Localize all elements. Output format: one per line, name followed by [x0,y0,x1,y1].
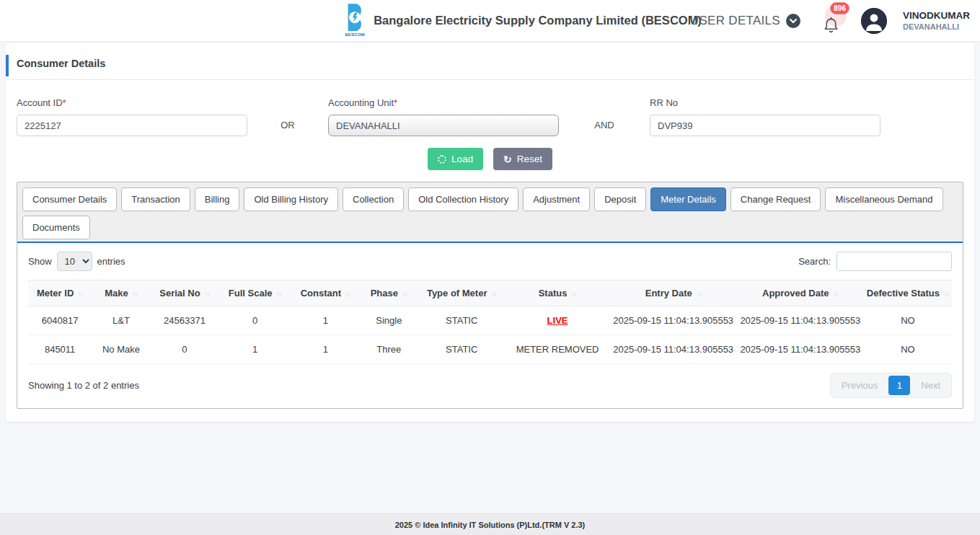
refresh-icon: ↻ [503,154,512,164]
cell-type-of-meter: STATIC [418,306,505,335]
required-asterisk: * [63,97,66,108]
show-label: Show [28,256,52,267]
page-1-button[interactable]: 1 [888,376,910,395]
notification-count-badge: 896 [830,2,849,14]
tab-collection[interactable]: Collection [343,187,404,211]
pagination: Previous 1 Next [830,373,952,398]
chevron-down-icon [786,14,800,28]
col-serial-no[interactable]: Serial No↑↓ [151,280,219,306]
cell-status: METER REMOVED [505,335,609,364]
person-icon [870,14,878,22]
user-location: DEVANAHALLI [903,22,970,32]
tab-deposit[interactable]: Deposit [594,187,646,211]
sort-icon: ↑↓ [571,291,576,298]
accounting-unit-label: Accounting Unit* [328,97,559,108]
title-accent-bar [6,55,9,76]
user-identity: VINODKUMAR DEVANAHALLI [903,10,970,32]
cell-phase: Three [360,335,418,364]
cell-entry-date: 2025-09-15 11:04:13.905553 [610,335,737,364]
bescom-logo-icon: BESCOM [343,3,368,38]
sort-icon: ↑↓ [133,291,138,298]
tab-old-billing-history[interactable]: Old Billing History [244,187,338,211]
col-status[interactable]: Status↑↓ [505,280,609,306]
tab-adjustment[interactable]: Adjustment [523,187,590,211]
tab-panel: Consumer Details Transaction Billing Old… [17,182,963,409]
sort-icon: ↑↓ [833,291,838,298]
user-details-dropdown[interactable]: USER DETAILS [690,14,800,28]
tab-transaction[interactable]: Transaction [121,187,190,211]
col-meter-id[interactable]: Meter ID↑↓ [28,280,92,306]
reset-button[interactable]: ↻ Reset [493,148,552,170]
search-label: Search: [798,256,831,267]
cell-meter-id: 845011 [28,335,92,364]
required-asterisk: * [394,97,397,108]
app-header: BESCOM Bangalore Electricity Supply Comp… [0,0,980,42]
sort-icon: ↑↓ [277,291,282,298]
previous-page-button[interactable]: Previous [833,376,887,395]
brand: BESCOM Bangalore Electricity Supply Comp… [343,3,702,38]
status-live-link[interactable]: LIVE [547,315,568,326]
sort-icon: ↑↓ [944,291,949,298]
org-title: Bangalore Electricity Supply Company Lim… [374,14,702,27]
sort-icon: ↑↓ [205,291,210,298]
entries-summary: Showing 1 to 2 of 2 entries [28,380,139,391]
logo-caption: BESCOM [345,32,365,36]
cell-make: No Make [92,335,150,364]
user-details-label: USER DETAILS [690,14,780,28]
cell-status: LIVE [505,306,609,335]
page-title: Consumer Details [17,58,105,69]
lookup-form: Account ID* OR Accounting Unit* AND RR N… [6,80,974,136]
sort-icon: ↑↓ [491,291,496,298]
cell-approved-date: 2025-09-15 11:04:13.905553 [737,306,864,335]
tab-consumer-details[interactable]: Consumer Details [22,187,117,211]
sort-icon: ↑↓ [402,291,407,298]
col-make[interactable]: Make↑↓ [92,280,150,306]
or-label: OR [247,120,328,136]
tab-old-collection-history[interactable]: Old Collection History [408,187,518,211]
sort-icon: ↑↓ [78,291,83,298]
cell-full-scale: 0 [218,306,291,335]
meter-details-panel: Show 10 entries Search: [17,243,963,408]
sort-icon: ↑↓ [345,291,350,298]
consumer-details-card: Consumer Details Account ID* OR Accounti… [6,43,974,422]
col-constant[interactable]: Constant↑↓ [291,280,360,306]
table-row: 845011 No Make 0 1 1 Three STATIC METER … [28,335,952,364]
table-header-row: Meter ID↑↓ Make↑↓ Serial No↑↓ Full Scale… [28,280,952,306]
col-phase[interactable]: Phase↑↓ [360,280,418,306]
notifications-button[interactable]: 896 [816,5,845,37]
col-type-of-meter[interactable]: Type of Meter↑↓ [418,280,505,306]
cell-defective-status: NO [864,335,952,364]
rr-no-label: RR No [650,97,880,108]
next-page-button[interactable]: Next [912,376,949,395]
tab-miscellaneous-demand[interactable]: Miscellaneous Demand [825,187,943,211]
tab-billing[interactable]: Billing [195,187,240,211]
bell-icon [823,16,839,37]
col-full-scale[interactable]: Full Scale↑↓ [218,280,291,306]
cell-constant: 1 [291,335,360,364]
cell-serial-no: 0 [151,335,219,364]
cell-approved-date: 2025-09-15 11:04:13.905553 [737,335,864,364]
cell-meter-id: 6040817 [28,306,92,335]
accounting-unit-input[interactable] [328,115,559,136]
cell-type-of-meter: STATIC [418,335,505,364]
rr-no-input[interactable] [650,115,880,136]
cell-defective-status: NO [864,306,952,335]
tab-documents[interactable]: Documents [22,216,90,239]
tab-meter-details[interactable]: Meter Details [650,187,726,211]
col-entry-date[interactable]: Entry Date↑↓ [610,280,737,306]
table-row: 6040817 L&T 24563371 0 1 Single STATIC L… [28,306,952,335]
page-size-select[interactable]: 10 [57,252,92,271]
account-id-input[interactable] [17,115,247,136]
col-defective-status[interactable]: Defective Status↑↓ [864,280,952,306]
app-footer: 2025 © Idea Infinity IT Solutions (P)Ltd… [0,513,980,535]
tab-change-request[interactable]: Change Request [730,187,821,211]
cell-phase: Single [360,306,418,335]
account-id-label: Account ID* [17,97,247,108]
meter-details-table: Meter ID↑↓ Make↑↓ Serial No↑↓ Full Scale… [28,280,952,364]
cell-full-scale: 1 [218,335,291,364]
search-input[interactable] [836,252,952,271]
load-button[interactable]: Load [428,148,483,170]
col-approved-date[interactable]: Approved Date↑↓ [737,280,864,306]
user-avatar[interactable] [861,8,887,34]
cell-entry-date: 2025-09-15 11:04:13.905553 [610,306,737,335]
